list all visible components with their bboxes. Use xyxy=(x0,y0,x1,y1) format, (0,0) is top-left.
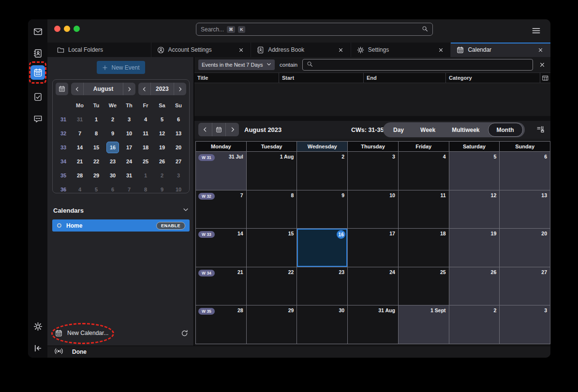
tab-account-settings[interactable]: Account Settings xyxy=(151,43,251,57)
mini-day-cell[interactable]: 3 xyxy=(172,170,185,181)
mini-day-cell[interactable]: 4 xyxy=(74,184,86,195)
refresh-icon[interactable] xyxy=(179,328,190,338)
sidebar-gear-button[interactable] xyxy=(30,319,45,334)
close-tab-icon[interactable] xyxy=(337,46,345,54)
day-cell-11[interactable]: 11 xyxy=(399,190,449,229)
chevron-left-icon[interactable] xyxy=(198,123,212,136)
rotate-view-icon[interactable] xyxy=(536,125,545,135)
column-picker-button[interactable] xyxy=(540,73,550,83)
mini-day-cell[interactable]: 30 xyxy=(106,170,119,181)
mini-day-cell[interactable]: 31 xyxy=(123,170,135,181)
close-window-button[interactable] xyxy=(54,26,60,32)
mini-day-cell[interactable]: 1 xyxy=(139,170,152,181)
zoom-window-button[interactable] xyxy=(74,26,80,32)
mini-day-cell[interactable]: 9 xyxy=(156,184,168,195)
day-cell-31-jul[interactable]: W 3131 Jul xyxy=(196,152,246,190)
column-header-category[interactable]: Category xyxy=(446,73,540,83)
mini-day-cell[interactable]: 1 xyxy=(90,114,103,125)
mini-day-cell[interactable]: 8 xyxy=(139,184,152,195)
sidebar-mail-button[interactable] xyxy=(30,24,45,39)
mini-day-cell[interactable]: 19 xyxy=(156,142,168,153)
day-cell-1-sept[interactable]: 1 Sept xyxy=(399,305,449,344)
chevron-right-icon[interactable] xyxy=(174,83,186,95)
mini-day-cell[interactable]: 27 xyxy=(172,156,185,167)
new-calendar-button[interactable]: New Calendar... xyxy=(55,328,108,338)
day-cell-21[interactable]: W 3421 xyxy=(196,267,246,305)
day-cell-28[interactable]: W 3528 xyxy=(196,305,246,344)
mini-day-cell[interactable]: 26 xyxy=(156,156,168,167)
mini-day-cell[interactable]: 15 xyxy=(90,142,103,153)
close-icon[interactable] xyxy=(538,62,547,68)
mini-day-cell[interactable]: 13 xyxy=(172,128,185,139)
day-cell-10[interactable]: 10 xyxy=(348,190,398,229)
minimize-window-button[interactable] xyxy=(64,26,70,32)
view-mode-multiweek[interactable]: Multiweek xyxy=(444,123,488,137)
mini-day-cell[interactable]: 6 xyxy=(172,114,185,125)
mini-day-cell[interactable]: 21 xyxy=(74,156,86,167)
day-cell-24[interactable]: 24 xyxy=(348,267,398,305)
mini-day-cell[interactable]: 23 xyxy=(106,156,119,167)
day-cell-6[interactable]: 6 xyxy=(500,152,550,190)
mini-day-cell[interactable]: 18 xyxy=(139,142,152,153)
mini-day-cell[interactable]: 2 xyxy=(156,170,168,181)
day-cell-30[interactable]: 30 xyxy=(297,305,347,344)
sidebar-chat-button[interactable] xyxy=(30,111,45,126)
mini-day-cell[interactable]: 9 xyxy=(106,128,119,139)
close-tab-icon[interactable] xyxy=(237,46,245,54)
mini-day-cell[interactable]: 6 xyxy=(106,184,119,195)
day-cell-9[interactable]: 9 xyxy=(297,190,347,229)
sidebar-address-book-button[interactable] xyxy=(30,46,45,60)
column-header-title[interactable]: Title xyxy=(194,73,279,83)
close-tab-icon[interactable] xyxy=(537,46,545,54)
mini-day-cell[interactable]: 5 xyxy=(90,184,103,195)
tab-calendar[interactable]: Calendar xyxy=(450,43,550,57)
day-cell-22[interactable]: 22 xyxy=(247,267,297,305)
day-cell-2[interactable]: 2 xyxy=(297,152,347,190)
day-cell-7[interactable]: W 327 xyxy=(196,190,246,229)
day-cell-12[interactable]: 12 xyxy=(449,190,500,229)
mini-day-cell[interactable]: 24 xyxy=(123,156,135,167)
sidebar-tasks-button[interactable] xyxy=(30,89,45,104)
day-cell-2[interactable]: 2 xyxy=(449,305,500,344)
day-cell-26[interactable]: 26 xyxy=(449,267,500,305)
day-cell-5[interactable]: 5 xyxy=(449,152,500,190)
day-cell-16[interactable]: 16 xyxy=(297,229,347,267)
mini-day-cell[interactable]: 17 xyxy=(123,142,135,153)
tab-local-folders[interactable]: Local Folders xyxy=(47,43,151,57)
hamburger-icon[interactable] xyxy=(532,26,541,37)
calendar-icon[interactable] xyxy=(212,123,225,136)
chevron-left-icon[interactable] xyxy=(71,83,83,95)
day-cell-18[interactable]: 18 xyxy=(399,229,449,267)
mini-day-cell[interactable]: 3 xyxy=(123,114,135,125)
enable-badge[interactable]: ENABLE xyxy=(156,222,185,230)
mini-day-cell[interactable]: 7 xyxy=(123,184,135,195)
column-header-end[interactable]: End xyxy=(364,73,446,83)
day-cell-20[interactable]: 20 xyxy=(500,229,550,267)
mini-day-cell[interactable]: 10 xyxy=(123,128,135,139)
mini-day-cell[interactable]: 25 xyxy=(139,156,152,167)
event-search-input[interactable] xyxy=(302,59,533,71)
close-tab-icon[interactable] xyxy=(437,46,445,54)
new-event-button[interactable]: New Event xyxy=(97,61,145,74)
view-mode-week[interactable]: Week xyxy=(412,123,444,137)
mini-day-cell[interactable]: 4 xyxy=(139,114,152,125)
column-header-start[interactable]: Start xyxy=(279,73,364,83)
day-cell-29[interactable]: 29 xyxy=(247,305,297,344)
tab-settings[interactable]: Settings xyxy=(351,43,451,57)
mini-day-cell[interactable]: 28 xyxy=(74,170,86,181)
chevron-right-icon[interactable] xyxy=(225,123,239,136)
calendar-icon[interactable] xyxy=(56,83,68,95)
day-cell-17[interactable]: 17 xyxy=(348,229,398,267)
day-cell-27[interactable]: 27 xyxy=(500,267,550,305)
calendar-list-item-home[interactable]: HomeENABLE xyxy=(52,219,190,232)
mini-day-cell[interactable]: 10 xyxy=(172,184,185,195)
sidebar-calendar-button[interactable] xyxy=(30,65,45,80)
mini-day-cell[interactable]: 20 xyxy=(172,142,185,153)
day-cell-1-aug[interactable]: 1 Aug xyxy=(247,152,297,190)
day-cell-3[interactable]: 3 xyxy=(348,152,398,190)
pane-splitter[interactable] xyxy=(194,116,550,121)
global-search-input[interactable]: Search... ⌘ K xyxy=(196,23,433,36)
day-cell-31-aug[interactable]: 31 Aug xyxy=(348,305,398,344)
chevron-left-icon[interactable] xyxy=(138,83,150,95)
view-mode-day[interactable]: Day xyxy=(385,123,412,137)
